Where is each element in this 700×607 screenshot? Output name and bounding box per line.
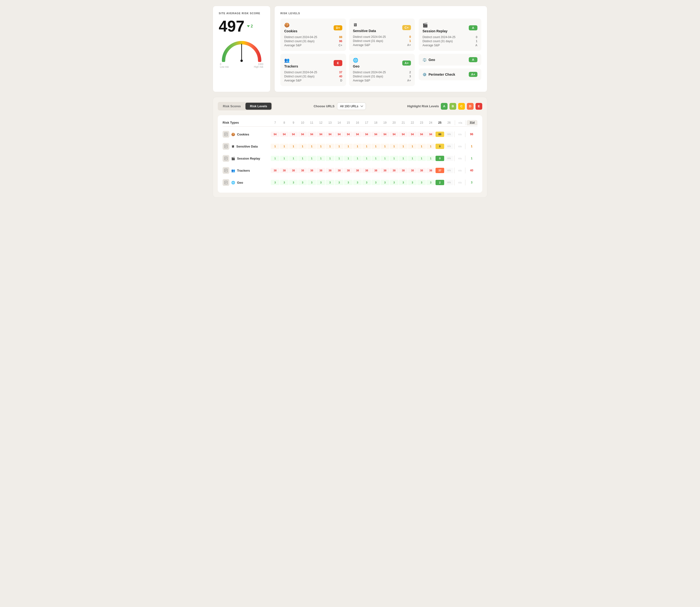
cell: 94 bbox=[362, 132, 371, 137]
cookies-stat2: Distinct count (31 days) 96 bbox=[284, 40, 342, 43]
nva-trackers: n/a bbox=[456, 168, 464, 173]
cell: 94 bbox=[271, 132, 279, 137]
risk-level-sensitive-data[interactable]: 🖥 Sensitive Data C+ Distinct count 2024-… bbox=[349, 19, 415, 51]
trackers-header: 👥 Trackers E bbox=[284, 58, 342, 68]
cell: 1 bbox=[408, 156, 417, 161]
trackers-icon: 👥 bbox=[284, 58, 298, 63]
cell-highlighted-25: 88 bbox=[436, 132, 444, 137]
cell: 38 bbox=[326, 168, 334, 173]
highlight-badge-b[interactable]: B bbox=[450, 103, 456, 110]
geo-31d: 3 bbox=[466, 180, 477, 185]
cell: 3 bbox=[362, 180, 371, 185]
perimeter-check-icon: ⚙️ bbox=[422, 72, 426, 77]
nva-cookies: n/a bbox=[456, 132, 464, 137]
cell: 1 bbox=[316, 144, 325, 149]
cell: 94 bbox=[298, 132, 307, 137]
cell: 1 bbox=[316, 156, 325, 161]
cookies-row-name: Cookies bbox=[237, 132, 249, 136]
cookies-row-type-icon: 🍪 bbox=[231, 132, 235, 136]
cell: 1 bbox=[417, 156, 426, 161]
session-replay-badge: A bbox=[469, 25, 477, 30]
day-15: 15 bbox=[344, 120, 353, 125]
geo-main-header: 🌐 Geo A+ bbox=[353, 58, 411, 68]
risk-levels-title: RISK LEVELS bbox=[280, 12, 481, 15]
cell: 3 bbox=[380, 180, 389, 185]
cell: 1 bbox=[344, 144, 353, 149]
geo-stat3: Average S&P A+ bbox=[353, 79, 411, 82]
cell: 1 bbox=[380, 156, 389, 161]
risk-level-cookies[interactable]: 🍪 Cookies D+ Distinct count 2024-04-25 8… bbox=[280, 19, 346, 51]
perimeter-badge: A+ bbox=[469, 72, 477, 77]
cell: 38 bbox=[408, 168, 417, 173]
cell: 3 bbox=[344, 180, 353, 185]
day-20: 20 bbox=[390, 120, 398, 125]
cookies-left: 🍪 Cookies bbox=[284, 22, 297, 33]
cell: 38 bbox=[426, 168, 435, 173]
highlight-badge-e[interactable]: E bbox=[476, 103, 482, 110]
cookies-icon: 🍪 bbox=[284, 22, 297, 28]
gauge-svg bbox=[220, 38, 263, 62]
risk-types-header: Risk Types bbox=[223, 121, 271, 125]
cell: 1 bbox=[326, 156, 334, 161]
table-row-sensitive: 🖥 Sensitive Data 1 1 1 1 1 1 1 1 bbox=[223, 141, 477, 152]
cell: 94 bbox=[335, 132, 344, 137]
choose-urls-group: Choose URLS All 193 URLs bbox=[314, 102, 366, 110]
session-replay-left: 🎬 Session Replay bbox=[422, 22, 447, 33]
cookies-header: 🍪 Cookies D+ bbox=[284, 22, 342, 33]
sensitive-stat1: Distinct count 2024-04-25 0 bbox=[353, 35, 411, 39]
session-replay-stat2: Distinct count (31 days) 1 bbox=[422, 40, 477, 43]
cell: 38 bbox=[362, 168, 371, 173]
session-replay-cells: 1 1 1 1 1 1 1 1 1 1 1 1 1 bbox=[271, 156, 453, 161]
highlight-badge-a[interactable]: A bbox=[441, 103, 447, 110]
cell: 94 bbox=[380, 132, 389, 137]
geo-inline-badge: A bbox=[469, 57, 477, 62]
toggle-risk-levels[interactable]: Risk Levels bbox=[245, 103, 271, 110]
cell: 1 bbox=[362, 144, 371, 149]
trackers-row-label: 👥 Trackers bbox=[223, 165, 271, 176]
cell: 1 bbox=[371, 156, 380, 161]
cell: 94 bbox=[408, 132, 417, 137]
cell: 1 bbox=[417, 144, 426, 149]
cookies-name: Cookies bbox=[284, 29, 297, 33]
sep bbox=[454, 143, 455, 149]
trackers-badge: E bbox=[334, 60, 342, 66]
session-replay-icon: 🎬 bbox=[422, 22, 447, 28]
day-10: 10 bbox=[298, 120, 307, 125]
risk-level-trackers[interactable]: 👥 Trackers E Distinct count 2024-04-25 3… bbox=[280, 54, 346, 86]
highlight-badge-d[interactable]: D bbox=[467, 103, 474, 110]
perimeter-check-name: ⚙️ Perimeter Check bbox=[422, 72, 455, 77]
geo-inline-name: ⚖️ Geo bbox=[422, 58, 435, 62]
day-26: 26 bbox=[445, 120, 453, 125]
trackers-row-doc-icon bbox=[223, 167, 229, 174]
cell: 1 bbox=[271, 144, 279, 149]
nva-session-replay: n/a bbox=[456, 156, 464, 161]
cell: 1 bbox=[335, 144, 344, 149]
risk-level-session-replay[interactable]: 🎬 Session Replay A Distinct count 2024-0… bbox=[419, 19, 481, 51]
cell: 38 bbox=[344, 168, 353, 173]
table-row-trackers: 👥 Trackers 38 38 38 38 38 38 38 38 bbox=[223, 165, 477, 176]
geo-stat2: Distinct count (31 days) 3 bbox=[353, 75, 411, 78]
cell: 3 bbox=[390, 180, 398, 185]
choose-urls-label: Choose URLS bbox=[314, 104, 334, 108]
highlight-badge-c[interactable]: C bbox=[458, 103, 465, 110]
table-row-cookies: 🍪 Cookies 94 94 94 94 94 94 94 94 bbox=[223, 129, 477, 140]
risk-level-geo-main[interactable]: 🌐 Geo A+ Distinct count 2024-04-25 2 Dis… bbox=[349, 54, 415, 86]
cell: 1 bbox=[353, 156, 362, 161]
cell: 1 bbox=[399, 156, 408, 161]
sensitive-name: Sensitive Data bbox=[353, 29, 376, 33]
risk-level-perimeter-check[interactable]: ⚙️ Perimeter Check A+ bbox=[419, 68, 481, 80]
cookies-cells: 94 94 94 94 94 94 94 94 94 94 94 94 bbox=[271, 132, 453, 137]
cell: 3 bbox=[298, 180, 307, 185]
day-24: 24 bbox=[426, 120, 435, 125]
toggle-risk-scores[interactable]: Risk Scores bbox=[218, 103, 245, 110]
sep2 bbox=[465, 180, 465, 185]
highlight-levels-group: Highlight Risk Levels A B C D E bbox=[407, 103, 482, 110]
cell: 38 bbox=[371, 168, 380, 173]
risk-score-value-row: 497 2 bbox=[219, 19, 253, 34]
nva-header: n/a bbox=[456, 121, 465, 124]
cell: 1 bbox=[326, 144, 334, 149]
geo-row-doc-icon bbox=[223, 179, 229, 186]
url-select[interactable]: All 193 URLs bbox=[337, 102, 366, 110]
cookies-stat3: Average S&P C+ bbox=[284, 44, 342, 47]
risk-level-geo-inline[interactable]: ⚖️ Geo A bbox=[419, 54, 481, 66]
